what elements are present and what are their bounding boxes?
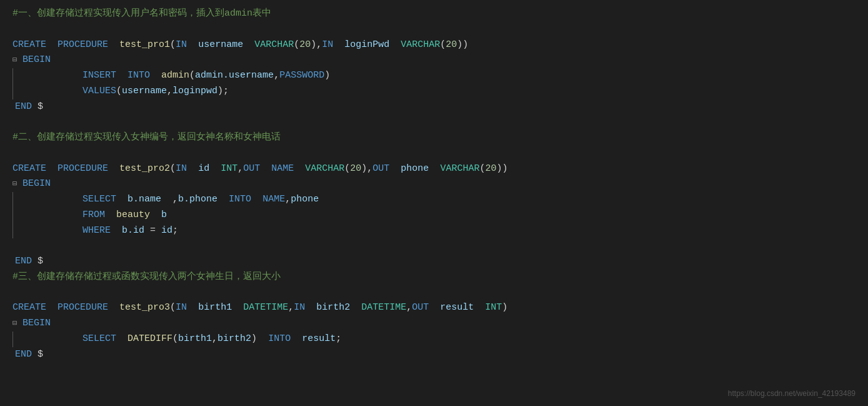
blank-line-2 xyxy=(0,114,868,130)
proc3-end-line: END $ xyxy=(0,347,868,363)
comment-text-2: #二、创建存储过程实现传入女神编号，返回女神名称和女神电话 xyxy=(12,130,281,146)
proc2-select-line: SELECT b.name , b.phone INTO NAME , phon… xyxy=(30,192,868,208)
proc2-body: SELECT b.name , b.phone INTO NAME , phon… xyxy=(0,192,868,238)
proc1-block: ⊟ BEGIN xyxy=(0,53,868,68)
proc1-begin-line: ⊟ BEGIN xyxy=(12,53,63,68)
blank-line-4 xyxy=(0,238,868,254)
proc-name-1: test_pro1 xyxy=(119,38,170,53)
comment-text-3: #三、创建存储存储过程或函数实现传入两个女神生日，返回大小 xyxy=(12,270,281,285)
proc1-body: INSERT INTO admin ( admin.username , PAS… xyxy=(0,68,868,99)
kw-procedure-1: PROCEDURE xyxy=(57,38,108,53)
code-container: #一、创建存储过程实现传入用户名和密码，插入到admin表中 CREATE PR… xyxy=(0,0,868,406)
proc-name-2: test_pro2 xyxy=(119,161,170,177)
kw-create-3: CREATE xyxy=(12,300,46,316)
proc3-body: SELECT DATEDIFF ( birth1 , birth2 ) INTO… xyxy=(0,332,868,347)
kw-create-2: CREATE xyxy=(12,161,46,177)
proc3-create-line: CREATE PROCEDURE test_pro3 ( IN birth1 D… xyxy=(0,300,868,316)
proc2-from-line: FROM beauty b xyxy=(30,208,868,223)
comment-line-1: #一、创建存储过程实现传入用户名和密码，插入到admin表中 xyxy=(0,6,868,22)
kw-create-1: CREATE xyxy=(12,38,46,53)
proc2-where-line: WHERE b.id = id ; xyxy=(30,223,868,239)
fold-icon-2[interactable]: ⊟ xyxy=(12,178,22,191)
proc-name-3: test_pro3 xyxy=(119,300,170,316)
fold-icon-3[interactable]: ⊟ xyxy=(12,318,22,330)
proc1-insert-line: INSERT INTO admin ( admin.username , PAS… xyxy=(30,68,868,84)
proc3-begin-line: ⊟ BEGIN xyxy=(0,316,868,332)
proc1-end-line: END $ xyxy=(0,99,868,115)
sp-2 xyxy=(108,38,119,53)
fold-icon-1[interactable]: ⊟ xyxy=(12,54,22,67)
proc2-create-line: CREATE PROCEDURE test_pro2 ( IN id INT ,… xyxy=(0,161,868,177)
proc3-select-line: SELECT DATEDIFF ( birth1 , birth2 ) INTO… xyxy=(30,332,868,347)
blank-line-3 xyxy=(0,146,868,161)
proc2-end-line: END $ xyxy=(0,254,868,270)
sp-1 xyxy=(46,38,57,53)
comment-line-3: #三、创建存储存储过程或函数实现传入两个女神生日，返回大小 xyxy=(0,270,868,285)
proc1-values-line: VALUES ( username , loginpwd ); xyxy=(30,84,868,99)
blank-line-1 xyxy=(0,22,868,38)
comment-text-1: #一、创建存储过程实现传入用户名和密码，插入到admin表中 xyxy=(12,6,271,22)
comment-line-2: #二、创建存储过程实现传入女神编号，返回女神名称和女神电话 xyxy=(0,130,868,146)
proc1-create-line: CREATE PROCEDURE test_pro1 ( IN username… xyxy=(0,38,868,53)
watermark: https://blog.csdn.net/weixin_42193489 xyxy=(728,388,856,400)
blank-line-5 xyxy=(0,285,868,301)
proc2-begin-line: ⊟ BEGIN xyxy=(0,176,868,192)
